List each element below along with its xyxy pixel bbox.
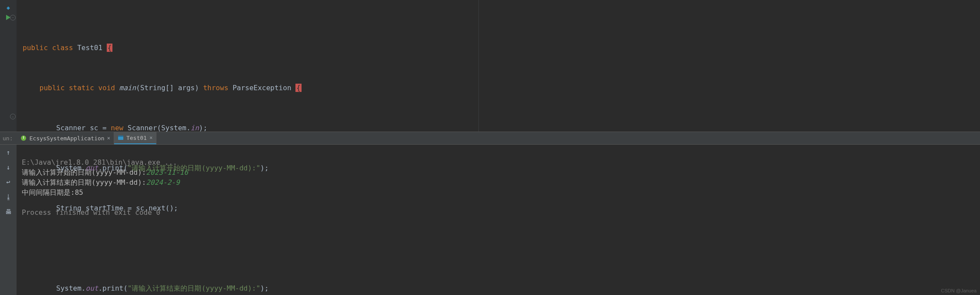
- gutter-structure-icon[interactable]: ◆: [0, 3, 17, 13]
- console-toolbar: ↑ ↓ ↩ ⭳ 🖶: [0, 145, 17, 295]
- soft-wrap-icon[interactable]: ↩: [3, 177, 14, 187]
- editor-gutter: ◆ − −: [0, 0, 17, 132]
- code-line: public class Test01 {: [23, 43, 980, 53]
- code-line: System.out.print("请输入计算开始的日期(yyyy-MM-dd)…: [23, 163, 980, 173]
- gutter-run-icon[interactable]: −: [0, 13, 17, 23]
- print-icon[interactable]: 🖶: [3, 207, 14, 217]
- scroll-down-icon[interactable]: ↓: [3, 162, 14, 173]
- gutter-foldend-icon[interactable]: −: [0, 112, 17, 122]
- code-line: String startTime = sc.next();: [23, 203, 980, 213]
- code-line: System.out.print("请输入计算结束的日期(yyyy-MM-dd)…: [23, 283, 980, 293]
- code-editor[interactable]: public class Test01 { public static void…: [17, 0, 980, 132]
- scroll-to-end-icon[interactable]: ⭳: [3, 192, 14, 202]
- code-line: [23, 243, 980, 253]
- run-label: un:: [0, 135, 17, 142]
- code-line: Scanner sc = new Scanner(System.in);: [23, 123, 980, 133]
- code-line: public static void main(String[] args) t…: [23, 83, 980, 93]
- editor-right-margin: [478, 0, 479, 132]
- watermark: CSDN @Januea: [941, 288, 977, 293]
- scroll-up-icon[interactable]: ↑: [3, 147, 14, 158]
